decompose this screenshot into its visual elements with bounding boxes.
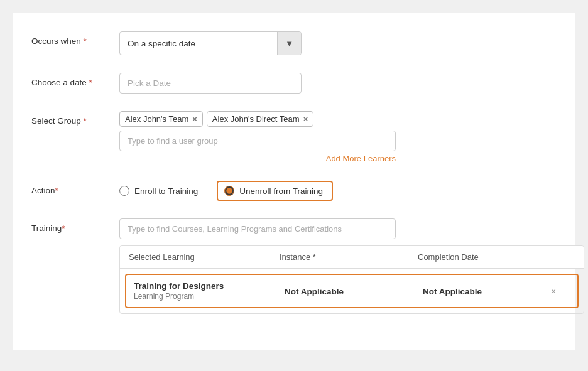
col-header-learning: Selected Learning (129, 252, 280, 262)
occurs-when-chevron[interactable]: ▼ (277, 32, 301, 55)
table-header: Selected Learning Instance * Completion … (120, 246, 584, 269)
row-remove-action: × (551, 286, 570, 297)
instance-value: Not Applicable (285, 286, 423, 297)
select-group-control: Alex John's Team × Alex John's Direct Te… (119, 111, 550, 163)
training-label: Training* (31, 218, 119, 233)
tag-close-alex-direct[interactable]: × (303, 115, 308, 123)
training-control: Selected Learning Instance * Completion … (119, 218, 584, 314)
tag-label: Alex John's Team (125, 114, 188, 124)
radio-group: Enroll to Training Unenroll from Trainin… (119, 181, 550, 201)
occurs-when-control: On a specific date On a recurring schedu… (119, 31, 550, 55)
completion-value: Not Applicable (423, 286, 551, 297)
date-input[interactable] (119, 73, 302, 94)
tag-close-alex-team[interactable]: × (192, 115, 197, 123)
col-header-instance: Instance * (280, 252, 418, 262)
learning-subtitle: Learning Program (134, 292, 285, 301)
group-search-input[interactable] (119, 131, 396, 151)
tag-alex-direct-team: Alex John's Direct Team × (207, 111, 313, 127)
tag-alex-team: Alex John's Team × (119, 111, 203, 127)
action-label: Action* (31, 181, 119, 195)
enroll-radio[interactable] (119, 186, 129, 196)
learning-title: Training for Designers (134, 281, 285, 291)
occurs-when-row: Occurs when * On a specific date On a re… (31, 31, 550, 55)
row-close-button[interactable]: × (551, 286, 556, 296)
table-row: Training for Designers Learning Program … (125, 274, 579, 308)
learning-info: Training for Designers Learning Program (134, 281, 285, 301)
choose-date-control (119, 73, 550, 94)
col-header-completion: Completion Date (418, 252, 575, 262)
occurs-when-select-wrapper[interactable]: On a specific date On a recurring schedu… (119, 31, 302, 55)
action-control: Enroll to Training Unenroll from Trainin… (119, 181, 550, 201)
select-group-row: Select Group * Alex John's Team × Alex J… (31, 111, 550, 163)
action-row: Action* Enroll to Training Unenroll from… (31, 181, 550, 201)
choose-date-label: Choose a date * (31, 73, 119, 87)
unenroll-option[interactable]: Unenroll from Training (217, 181, 333, 201)
select-group-label: Select Group * (31, 111, 119, 126)
unenroll-radio[interactable] (224, 186, 234, 196)
tag-label: Alex John's Direct Team (212, 114, 300, 124)
occurs-when-label: Occurs when * (31, 31, 119, 46)
enroll-option[interactable]: Enroll to Training (119, 186, 198, 196)
occurs-when-select[interactable]: On a specific date On a recurring schedu… (120, 34, 277, 53)
tag-area: Alex John's Team × Alex John's Direct Te… (119, 111, 550, 127)
add-more-learners-link[interactable]: Add More Learners (119, 154, 396, 163)
training-row: Training* Selected Learning Instance * C… (31, 218, 550, 314)
form-container: Occurs when * On a specific date On a re… (13, 13, 575, 350)
choose-date-row: Choose a date * (31, 73, 550, 94)
training-search-input[interactable] (119, 218, 396, 239)
training-table: Selected Learning Instance * Completion … (119, 245, 584, 314)
